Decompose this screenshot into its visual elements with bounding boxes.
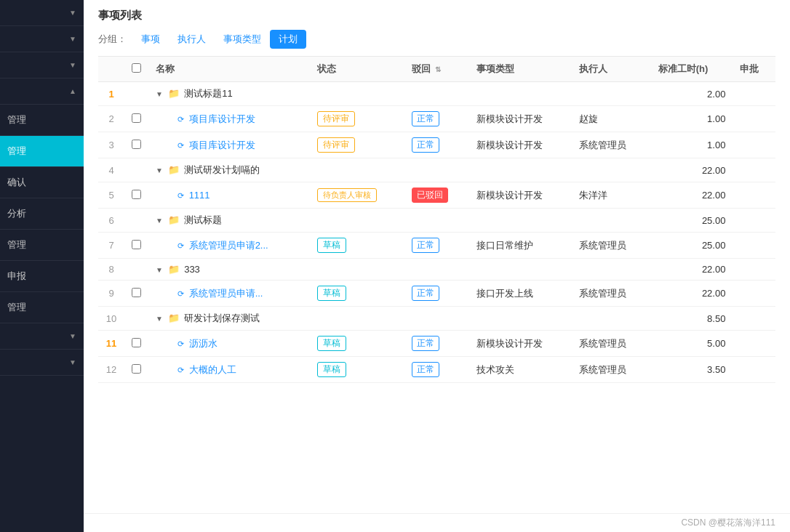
row-checkbox[interactable] [132, 240, 141, 249]
row-status: 草稿 [310, 357, 404, 383]
tab-shixiang[interactable]: 事项 [132, 30, 169, 49]
expand-icon[interactable]: ▼ [156, 315, 163, 323]
row-checkbox[interactable] [132, 190, 141, 199]
sidebar-item-manage2[interactable]: 管理 [0, 136, 84, 167]
sidebar-item-3[interactable]: ▼ [0, 52, 84, 78]
row-reject [404, 82, 469, 106]
table-row: 7 ⟳ 系统管理员申请2... 草稿 正常 接口日常维护 系统管理员 25.00 [98, 233, 775, 259]
tab-plan[interactable]: 计划 [270, 30, 306, 49]
row-reject: 正常 [404, 106, 469, 132]
row-status: 草稿 [310, 281, 404, 307]
row-name-link[interactable]: 大概的人工 [189, 364, 236, 375]
chevron-down-icon: ▼ [69, 9, 76, 17]
row-cb [124, 209, 148, 233]
status-badge: 草稿 [317, 362, 346, 377]
row-num: 10 [98, 307, 124, 331]
row-executor [572, 307, 650, 331]
col-reject: 驳回 ⇅ [404, 57, 469, 82]
row-type [469, 259, 572, 281]
row-cb[interactable] [124, 106, 148, 132]
table-row: 5 ⟳ 1111 待负责人审核 已驳回 新模块设计开发 朱洋洋 22.00 [98, 182, 775, 209]
main-content: 事项列表 分组： 事项 执行人 事项类型 计划 名称 状态 驳回 ⇅ 事项类型 … [84, 0, 790, 532]
tab-executor[interactable]: 执行人 [169, 30, 215, 49]
sidebar-item-report-label: 申报 [7, 270, 26, 283]
sidebar-item-manage3[interactable]: 管理 [0, 230, 84, 261]
table-header-row: 名称 状态 驳回 ⇅ 事项类型 执行人 标准工时(h) 申批 [98, 57, 775, 82]
table-row: 12 ⟳ 大概的人工 草稿 正常 技术攻关 系统管理员 3.50 [98, 357, 775, 383]
row-cb[interactable] [124, 357, 148, 383]
row-cb[interactable] [124, 281, 148, 307]
row-checkbox[interactable] [132, 113, 141, 123]
row-hours: 25.00 [651, 233, 733, 259]
row-name-text: 测试标题11 [184, 88, 232, 99]
row-name-link[interactable]: 项目库设计开发 [189, 113, 255, 124]
table-row: 11 ⟳ 沥沥水 草稿 正常 新模块设计开发 系统管理员 5.00 [98, 331, 775, 357]
row-reject: 正常 [404, 281, 469, 307]
row-cb[interactable] [124, 233, 148, 259]
row-name-link[interactable]: 系统管理员申请2... [189, 240, 268, 251]
sidebar-item-1[interactable]: ▼ [0, 0, 84, 26]
row-name-link[interactable]: 系统管理员申请... [189, 288, 263, 299]
sidebar: ▼ ▼ ▼ ▲ 管理 管理 确认 分析 管理 申报 管理 ▼ ▼ [0, 0, 84, 532]
row-approve [733, 259, 775, 281]
sidebar-item-manage4[interactable]: 管理 [0, 292, 84, 323]
row-checkbox[interactable] [132, 288, 141, 297]
sidebar-item-manage1[interactable]: 管理 [0, 105, 84, 136]
sidebar-item-confirm[interactable]: 确认 [0, 167, 84, 198]
sidebar-item-6[interactable]: ▼ [0, 350, 84, 376]
row-cb[interactable] [124, 182, 148, 209]
row-name-link[interactable]: 项目库设计开发 [189, 140, 255, 150]
row-status: 草稿 [310, 233, 404, 259]
select-all-checkbox[interactable] [132, 63, 141, 73]
tab-type[interactable]: 事项类型 [215, 30, 270, 49]
main-table: 名称 状态 驳回 ⇅ 事项类型 执行人 标准工时(h) 申批 1 ▼ 📁 测试标… [98, 56, 775, 383]
sort-icon[interactable]: ⇅ [435, 65, 441, 73]
row-executor: 系统管理员 [572, 281, 650, 307]
sidebar-item-manage3-label: 管理 [7, 238, 26, 251]
sidebar-item-analyze[interactable]: 分析 [0, 198, 84, 230]
sidebar-item-2[interactable]: ▼ [0, 26, 84, 52]
row-type [469, 158, 572, 182]
col-type: 事项类型 [469, 57, 572, 82]
sidebar-item-manage4-label: 管理 [7, 301, 26, 314]
row-approve [733, 106, 775, 132]
row-name-link[interactable]: 沥沥水 [189, 338, 218, 349]
row-type [469, 209, 572, 233]
status-badge: 待评审 [317, 137, 355, 153]
row-executor [572, 209, 650, 233]
row-checkbox[interactable] [132, 338, 141, 347]
expand-icon[interactable]: ▼ [156, 166, 163, 174]
row-type [469, 82, 572, 106]
page-header: 事项列表 [84, 0, 790, 30]
col-status: 状态 [310, 57, 404, 82]
row-approve [733, 158, 775, 182]
status-badge: 草稿 [317, 238, 346, 253]
row-type: 新模块设计开发 [469, 106, 572, 132]
page-title: 事项列表 [98, 9, 775, 23]
watermark: CSDN @樱花落海洋111 [84, 513, 790, 532]
expand-icon[interactable]: ▼ [156, 266, 163, 274]
sidebar-item-5[interactable]: ▼ [0, 323, 84, 350]
row-reject: 正常 [404, 233, 469, 259]
sidebar-item-4[interactable]: ▲ [0, 78, 84, 105]
expand-icon[interactable]: ▼ [156, 217, 163, 225]
row-executor: 系统管理员 [572, 357, 650, 383]
row-executor: 系统管理员 [572, 233, 650, 259]
expand-icon[interactable]: ▼ [156, 90, 163, 98]
row-cb[interactable] [124, 331, 148, 357]
sidebar-item-report[interactable]: 申报 [0, 261, 84, 292]
row-executor [572, 259, 650, 281]
sidebar-item-manage1-label: 管理 [7, 113, 26, 126]
row-checkbox[interactable] [132, 140, 141, 149]
row-name-text: 测试标题 [184, 214, 222, 225]
row-executor: 系统管理员 [572, 132, 650, 158]
row-name: ⟳ 项目库设计开发 [148, 106, 310, 132]
row-num: 4 [98, 158, 124, 182]
row-approve [733, 132, 775, 158]
status-badge: 待评审 [317, 111, 355, 126]
row-checkbox[interactable] [132, 364, 141, 374]
row-num: 11 [98, 331, 124, 357]
row-status [310, 158, 404, 182]
row-cb[interactable] [124, 132, 148, 158]
row-name-link[interactable]: 1111 [189, 190, 210, 201]
